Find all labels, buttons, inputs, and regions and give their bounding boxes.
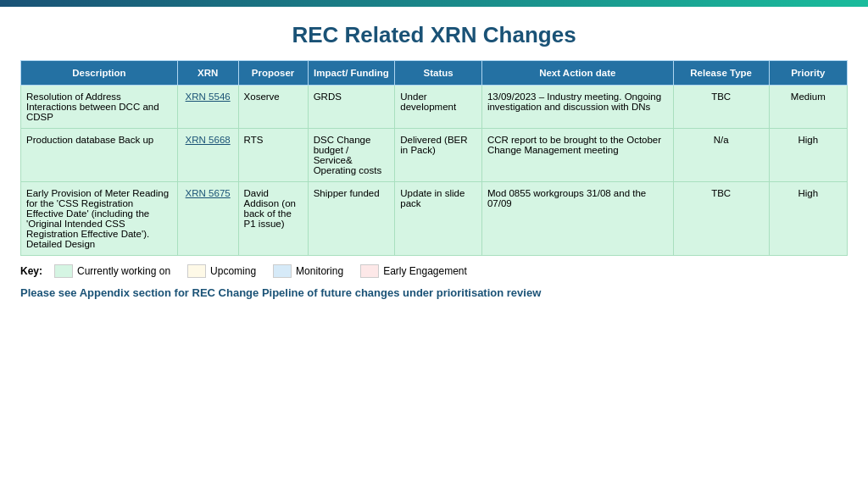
cell-description: Resolution of Address Interactions betwe…: [21, 86, 178, 129]
key-label: Key:: [20, 265, 42, 277]
cell-proposer: Xoserve: [238, 86, 308, 129]
col-header-next-action: Next Action date: [481, 61, 673, 86]
xrn-link[interactable]: XRN 5668: [186, 135, 231, 145]
col-header-release-type: Release Type: [673, 61, 769, 86]
col-header-impact: Impact/ Funding: [308, 61, 395, 86]
cell-xrn[interactable]: XRN 5668: [177, 129, 238, 182]
cell-description: Production database Back up: [21, 129, 178, 182]
table-row: Production database Back up XRN 5668 RTS…: [21, 129, 848, 182]
key-box-yellow: [187, 264, 206, 278]
cell-description: Early Provision of Meter Reading for the…: [21, 182, 178, 256]
key-item-blue-label: Monitoring: [296, 265, 343, 277]
cell-priority: Medium: [769, 86, 847, 129]
cell-next-action: Mod 0855 workgroups 31/08 and the 07/09: [481, 182, 673, 256]
cell-proposer: RTS: [238, 129, 308, 182]
key-section: Key: Currently working on Upcoming Monit…: [20, 264, 848, 278]
cell-impact: GRDS: [308, 86, 395, 129]
cell-next-action: 13/09/2023 – Industry meeting. Ongoing i…: [481, 86, 673, 129]
xrn-link[interactable]: XRN 5675: [186, 188, 231, 198]
key-box-blue: [273, 264, 292, 278]
footer-note: Please see Appendix section for REC Chan…: [20, 286, 848, 299]
cell-status: Under development: [395, 86, 482, 129]
page-title: REC Related XRN Changes: [20, 22, 848, 48]
cell-impact: DSC Change budget / Service& Operating c…: [308, 129, 395, 182]
cell-status: Delivered (BER in Pack): [395, 129, 482, 182]
key-item-yellow-label: Upcoming: [210, 265, 256, 277]
key-item-yellow: Upcoming: [187, 264, 256, 278]
key-item-blue: Monitoring: [273, 264, 343, 278]
key-item-green-label: Currently working on: [77, 265, 170, 277]
cell-status: Update in slide pack: [395, 182, 482, 256]
col-header-priority: Priority: [769, 61, 847, 86]
cell-next-action: CCR report to be brought to the October …: [481, 129, 673, 182]
cell-release-type: TBC: [673, 86, 769, 129]
xrn-link[interactable]: XRN 5546: [186, 92, 231, 102]
cell-priority: High: [769, 129, 847, 182]
main-table: Description XRN Proposer Impact/ Funding…: [20, 60, 848, 256]
col-header-description: Description: [21, 61, 178, 86]
key-box-green: [54, 264, 73, 278]
top-bar: [0, 0, 868, 7]
cell-xrn[interactable]: XRN 5546: [177, 86, 238, 129]
cell-release-type: N/a: [673, 129, 769, 182]
key-item-pink: Early Engagement: [360, 264, 467, 278]
cell-release-type: TBC: [673, 182, 769, 256]
page-container: REC Related XRN Changes Description XRN …: [0, 7, 868, 308]
table-row: Early Provision of Meter Reading for the…: [21, 182, 848, 256]
key-box-pink: [360, 264, 379, 278]
col-header-proposer: Proposer: [238, 61, 308, 86]
key-item-green: Currently working on: [54, 264, 170, 278]
cell-impact: Shipper funded: [308, 182, 395, 256]
cell-priority: High: [769, 182, 847, 256]
table-header-row: Description XRN Proposer Impact/ Funding…: [21, 61, 848, 86]
cell-xrn[interactable]: XRN 5675: [177, 182, 238, 256]
table-row: Resolution of Address Interactions betwe…: [21, 86, 848, 129]
key-item-pink-label: Early Engagement: [383, 265, 467, 277]
table-body: Resolution of Address Interactions betwe…: [21, 86, 848, 256]
cell-proposer: David Addison (on back of the P1 issue): [238, 182, 308, 256]
col-header-status: Status: [395, 61, 482, 86]
col-header-xrn: XRN: [177, 61, 238, 86]
